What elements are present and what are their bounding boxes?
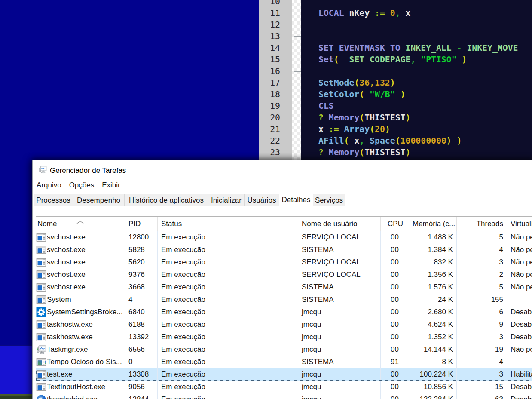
task-manager-window: Gerenciador de Tarefas ArquivoOpçõesExib… <box>32 160 532 399</box>
cell-pid: 3668 <box>125 281 158 293</box>
process-row-system[interactable]: System4Em execuçãoSISTEMA0024 K155 <box>36 293 532 306</box>
title-bar[interactable]: Gerenciador de Tarefas <box>33 160 532 177</box>
cell-status: Em execução <box>158 256 298 268</box>
code-line: SET EVENTMASK TO INKEY_ALL - INKEY_MOVE <box>318 42 518 54</box>
code-line <box>318 31 518 42</box>
cell-virt: Não permitida <box>507 343 532 356</box>
app-default-icon <box>36 295 46 305</box>
cell-threads: 3 <box>457 331 507 343</box>
process-row-svchostexe[interactable]: svchost.exe5828Em execuçãoSISTEMA001.384… <box>36 243 532 256</box>
code-line: x := Array(20) <box>318 123 518 135</box>
process-row-svchostexe[interactable]: svchost.exe3668Em execuçãoSISTEMA001.576… <box>36 281 532 293</box>
cell-nome: svchost.exe <box>36 256 125 268</box>
tab-hist-rico-de-aplicativos[interactable]: Histórico de aplicativos <box>124 194 208 206</box>
cell-memoria: 100.224 K <box>406 368 457 381</box>
column-header-virt[interactable]: Virtualização <box>507 217 532 231</box>
tab-processos[interactable]: Processos <box>34 194 73 206</box>
code-editor: 1011121314151617181920212223 LOCAL nKey … <box>259 0 532 160</box>
cell-nome: test.exe <box>36 368 125 381</box>
line-number: 18 <box>259 89 280 100</box>
cell-memoria: 8 K <box>406 356 457 368</box>
column-header-threads[interactable]: Threads <box>457 217 507 231</box>
cell-threads: 9 <box>457 318 507 331</box>
cell-pid: 13392 <box>125 331 158 343</box>
process-row-thunderbirdexe[interactable]: thunderbird.exe12844Em execuçãojmcqu0013… <box>36 393 532 399</box>
menu-item-exibir[interactable]: Exibir <box>98 180 124 191</box>
cell-usuario: jmcqu <box>298 368 381 381</box>
cell-usuario: jmcqu <box>298 331 381 343</box>
table-header: Nome PIDStatusNome de usuárioCPUMemória … <box>36 217 532 231</box>
column-header-pid[interactable]: PID <box>125 217 158 231</box>
column-header-status[interactable]: Status <box>158 217 298 231</box>
cell-usuario: SISTEMA <box>298 281 381 293</box>
cell-pid: 4 <box>125 293 158 306</box>
tab-desempenho[interactable]: Desempenho <box>73 194 125 206</box>
tab-inicializar[interactable]: Inicializar <box>208 194 245 206</box>
cell-threads: 2 <box>457 268 507 281</box>
cell-usuario: jmcqu <box>298 318 381 331</box>
cell-status: Em execução <box>158 368 298 381</box>
column-header-usuario[interactable]: Nome de usuário <box>298 217 381 231</box>
cell-threads: 63 <box>457 393 507 399</box>
tab-servi-os[interactable]: Serviços <box>313 194 345 206</box>
cell-status: Em execução <box>158 343 298 356</box>
editor-code-area[interactable]: LOCAL nKey := 0, xSET EVENTMASK TO INKEY… <box>301 0 532 160</box>
cell-status: Em execução <box>158 268 298 281</box>
cell-pid: 13308 <box>125 368 158 381</box>
line-numbers: 1011121314151617181920212223 <box>259 0 280 158</box>
process-row-svchostexe[interactable]: svchost.exe9376Em execuçãoSERVIÇO LOCAL0… <box>36 268 532 281</box>
cell-threads: 5 <box>457 281 507 293</box>
cell-usuario: SERVIÇO LOCAL <box>298 268 381 281</box>
code-line <box>318 19 518 31</box>
cell-status: Em execução <box>158 356 298 368</box>
cell-virt: Não permitida <box>507 256 532 268</box>
column-header-cpu[interactable]: CPU <box>381 217 406 231</box>
line-number: 21 <box>259 123 280 135</box>
app-default-icon <box>36 257 46 267</box>
cell-nome: System <box>36 293 125 306</box>
process-row-svchostexe[interactable]: svchost.exe5620Em execuçãoSERVIÇO LOCAL0… <box>36 256 532 268</box>
tab-detalhes[interactable]: Detalhes <box>279 193 313 208</box>
cell-nome: Taskmgr.exe <box>36 343 125 356</box>
menu-item-arquivo[interactable]: Arquivo <box>33 180 65 191</box>
cell-usuario: SISTEMA <box>298 356 381 368</box>
cell-status: Em execução <box>158 306 298 318</box>
cell-pid: 6556 <box>125 343 158 356</box>
menu-item-opes[interactable]: Opções <box>65 180 98 191</box>
process-row-textinputhostexe[interactable]: TextInputHost.exe9056Em execuçãojmcqu001… <box>36 381 532 393</box>
process-row-testexe[interactable]: test.exe13308Em execuçãojmcqu00100.224 K… <box>36 368 532 381</box>
line-number: 16 <box>259 65 280 77</box>
cell-nome: svchost.exe <box>36 231 125 243</box>
code-line: ? Memory(THISTEST) <box>318 112 518 123</box>
line-number: 15 <box>259 54 280 65</box>
column-header-nome[interactable]: Nome <box>36 217 125 231</box>
process-row-tempoociosodosis[interactable]: Tempo Ocioso do Sis...0Em execuçãoSISTEM… <box>36 356 532 368</box>
code-line <box>318 65 518 77</box>
cell-usuario: SISTEMA <box>298 243 381 256</box>
editor-line-number-gutter: 1011121314151617181920212223 <box>259 0 292 160</box>
cell-usuario: jmcqu <box>298 343 381 356</box>
app-default-icon <box>36 319 46 330</box>
column-header-memoria[interactable]: Memória (c... <box>406 217 457 231</box>
process-row-svchostexe[interactable]: svchost.exe12800Em execuçãoSERVIÇO LOCAL… <box>36 231 532 243</box>
cell-memoria: 14.144 K <box>406 343 457 356</box>
cell-status: Em execução <box>158 231 298 243</box>
process-row-taskhostwexe[interactable]: taskhostw.exe6188Em execuçãojmcqu004.624… <box>36 318 532 331</box>
tab-usu-rios[interactable]: Usuários <box>244 194 279 206</box>
process-row-taskhostwexe[interactable]: taskhostw.exe13392Em execuçãojmcqu001.35… <box>36 331 532 343</box>
cell-memoria: 1.488 K <box>406 231 457 243</box>
cell-cpu: 00 <box>381 343 406 356</box>
process-row-taskmgrexe[interactable]: Taskmgr.exe6556Em execuçãojmcqu0014.144 … <box>36 343 532 356</box>
cell-usuario: jmcqu <box>298 393 381 399</box>
line-number: 17 <box>259 77 280 89</box>
cell-threads: 19 <box>457 343 507 356</box>
cell-cpu: 00 <box>381 306 406 318</box>
app-default-icon <box>36 369 46 380</box>
cell-nome: SystemSettingsBroke... <box>36 306 125 318</box>
process-row-systemsettingsbroke[interactable]: SystemSettingsBroke...6840Em execuçãojmc… <box>36 306 532 318</box>
cell-threads: 155 <box>457 293 507 306</box>
cell-virt: Desabilitada <box>507 306 532 318</box>
cell-virt: Não permitida <box>507 268 532 281</box>
line-number: 12 <box>259 19 280 31</box>
line-number: 20 <box>259 112 280 123</box>
